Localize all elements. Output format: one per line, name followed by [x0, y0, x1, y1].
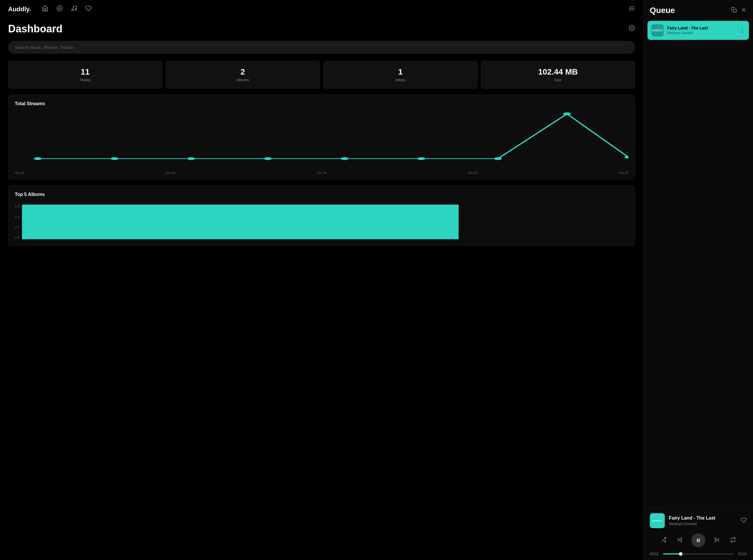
search-input[interactable] — [8, 41, 635, 54]
bar-1 — [22, 205, 459, 239]
top-nav: Auddly. — [0, 0, 643, 18]
svg-point-12 — [341, 157, 348, 160]
progress-fill — [663, 553, 681, 555]
right-panel: Queue AUDDLY Fairy Land - The Last Medwy… — [643, 0, 753, 560]
next-button[interactable] — [712, 535, 721, 546]
pause-button[interactable] — [691, 534, 705, 547]
albums-value: 2 — [171, 67, 314, 77]
albums-label: Albums — [171, 78, 314, 82]
page-title: Dashboard — [8, 23, 62, 35]
prev-button[interactable] — [675, 535, 684, 546]
progress-track[interactable] — [663, 553, 733, 555]
albums-chart-title: Top 5 Albums — [15, 192, 629, 197]
queue-title: Queue — [650, 6, 675, 15]
queue-thumb: AUDDLY — [652, 24, 664, 36]
svg-marker-22 — [679, 538, 681, 541]
stats-grid: 11 Tracks 2 Albums 1 Artists 102.44 MB S… — [8, 61, 635, 89]
now-playing-thumb: AUDDLY — [650, 513, 665, 528]
svg-point-13 — [418, 157, 425, 160]
svg-point-10 — [187, 157, 195, 160]
app-logo: Auddly. — [8, 5, 31, 13]
repeat-button[interactable] — [729, 535, 738, 546]
chart-label-oct14: Oct 14 — [15, 171, 24, 175]
stat-card-tracks: 11 Tracks — [8, 61, 162, 89]
stat-card-artists: 1 Artists — [323, 61, 478, 89]
chart-label-oct16: Oct 16 — [166, 171, 175, 175]
nav-right — [629, 5, 635, 13]
artists-label: Artists — [329, 78, 472, 82]
dashboard-header: Dashboard — [8, 23, 635, 35]
queue-actions — [731, 7, 747, 14]
heart-icon[interactable] — [741, 517, 747, 524]
now-playing-track: AUDDLY Fairy Land - The Last Medwyn Good… — [650, 513, 747, 528]
tracks-label: Tracks — [14, 78, 157, 82]
svg-point-8 — [34, 157, 42, 160]
artists-value: 1 — [329, 67, 472, 77]
stat-card-size: 102.44 MB Size — [481, 61, 635, 89]
y-label-14: 1.4 — [15, 236, 19, 239]
svg-rect-24 — [697, 539, 698, 542]
progress-thumb — [679, 552, 682, 556]
home-icon[interactable] — [42, 5, 48, 13]
playback-controls — [650, 534, 747, 547]
queue-info: Fairy Land - The Last Medwyn Goodall — [667, 26, 736, 35]
discover-icon[interactable] — [56, 5, 63, 13]
queue-item[interactable]: AUDDLY Fairy Land - The Last Medwyn Good… — [648, 21, 749, 40]
queue-more-icon[interactable]: ⋮ — [740, 27, 745, 34]
progress-bar-row: 05:52 23:10 — [650, 552, 747, 556]
chart-label-oct22: Oct 22 — [619, 171, 629, 175]
svg-point-14 — [494, 157, 502, 160]
stat-card-albums: 2 Albums — [166, 61, 320, 89]
queue-header: Queue — [643, 0, 753, 21]
svg-point-7 — [631, 27, 633, 29]
chart-labels: Oct 14 Oct 16 Oct 18 Oct 20 Oct 22 — [15, 171, 629, 175]
main-content: Dashboard 11 Tracks 2 Albums 1 Artists 1… — [0, 18, 643, 560]
y-label-16: 1.6 — [15, 225, 19, 229]
y-axis: 2.0 1.8 1.6 1.4 — [15, 205, 22, 239]
queue-song-title: Fairy Land - The Last — [667, 26, 736, 31]
svg-rect-17 — [733, 9, 736, 12]
chart-label-oct18: Oct 18 — [317, 171, 326, 175]
size-label: Size — [486, 78, 630, 82]
queue-nav-icon[interactable] — [629, 5, 635, 13]
svg-point-0 — [57, 6, 62, 11]
size-value: 102.44 MB — [486, 67, 630, 77]
shuffle-button[interactable] — [659, 535, 668, 546]
svg-point-16 — [624, 156, 629, 159]
svg-point-15 — [563, 113, 571, 115]
albums-section: Top 5 Albums 2.0 1.8 1.6 1.4 — [8, 185, 635, 246]
tracks-value: 11 — [14, 67, 157, 77]
svg-point-9 — [111, 157, 119, 160]
now-playing-info: Fairy Land - The Last Medwyn Goodall — [669, 516, 737, 526]
now-playing: AUDDLY Fairy Land - The Last Medwyn Good… — [643, 508, 753, 560]
svg-rect-25 — [699, 539, 699, 542]
chart-label-oct20: Oct 20 — [468, 171, 477, 175]
close-queue-icon[interactable] — [741, 7, 747, 14]
streams-chart-title: Total Streams — [15, 101, 629, 106]
svg-marker-26 — [715, 538, 717, 541]
current-time: 05:52 — [650, 552, 660, 556]
now-playing-title: Fairy Land - The Last — [669, 516, 737, 521]
svg-point-11 — [264, 157, 272, 160]
streams-chart-section: Total Streams — [8, 95, 635, 179]
now-playing-artist: Medwyn Goodall — [669, 522, 737, 526]
svg-point-2 — [72, 9, 74, 11]
music-icon[interactable] — [71, 5, 77, 13]
favorites-icon[interactable] — [85, 5, 92, 13]
queue-artist: Medwyn Goodall — [667, 31, 736, 35]
settings-icon[interactable] — [629, 25, 635, 33]
total-time: 23:10 — [736, 552, 747, 556]
y-label-18: 1.8 — [15, 215, 19, 218]
copy-icon[interactable] — [731, 7, 737, 14]
streams-chart — [15, 111, 629, 169]
y-label-2: 2.0 — [15, 205, 19, 208]
svg-point-1 — [59, 7, 60, 9]
bars-area — [22, 205, 629, 239]
svg-point-3 — [75, 9, 77, 10]
